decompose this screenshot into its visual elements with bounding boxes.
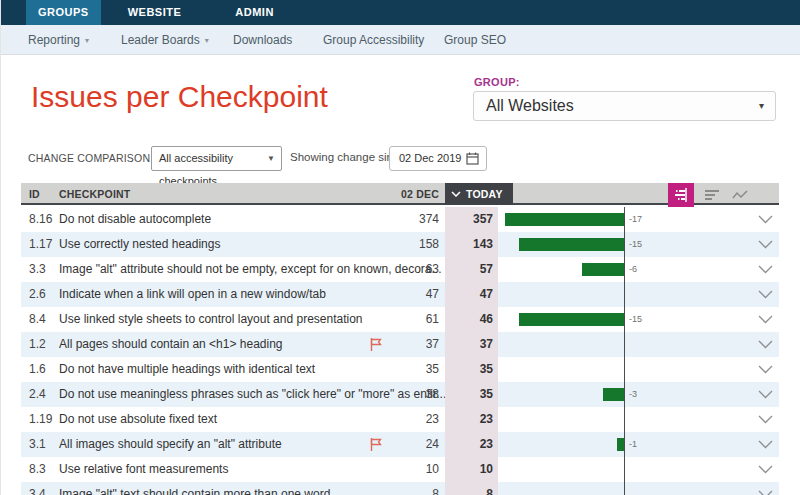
nav-item-leader-boards[interactable]: Leader Boards▾ (121, 25, 209, 55)
checkpoint-name: Do not disable autocomplete (59, 207, 211, 232)
change-bar (519, 313, 624, 326)
today-count: 47 (425, 282, 493, 307)
lines-icon (704, 187, 720, 203)
nav-item-reporting[interactable]: Reporting▾ (28, 25, 89, 55)
group-select-value: All Websites (486, 97, 574, 114)
column-header-checkpoint[interactable]: CHECKPOINT (59, 183, 130, 205)
tab-groups[interactable]: GROUPS (26, 0, 101, 25)
date-value: 02 Dec 2019 (399, 152, 461, 164)
today-count: 37 (425, 332, 493, 357)
chart-axis-line (624, 207, 625, 495)
checkpoint-name: Indicate when a link will open in a new … (59, 282, 326, 307)
checkpoint-name: All pages should contain an <h1> heading (59, 332, 283, 357)
expand-chevron-icon[interactable] (758, 415, 773, 424)
checkpoint-id: 3.1 (29, 432, 46, 457)
today-count: 23 (425, 407, 493, 432)
top-navigation: GROUPS WEBSITE ADMIN (1, 0, 800, 25)
expand-chevron-icon[interactable] (758, 240, 773, 249)
today-count: 8 (425, 482, 493, 495)
table-row[interactable]: 8.16 Do not disable autocomplete 374 357… (21, 207, 779, 232)
table-row[interactable]: 1.6 Do not have multiple headings with i… (21, 357, 779, 382)
today-count: 143 (425, 232, 493, 257)
checkpoint-id: 1.19 (29, 407, 52, 432)
table-body: 8.16 Do not disable autocomplete 374 357… (21, 207, 779, 495)
checkpoint-name: Image "alt" text should contain more tha… (59, 482, 330, 495)
table-row[interactable]: 1.2 All pages should contain an <h1> hea… (21, 332, 779, 357)
table-row[interactable]: 1.19 Do not use absolute fixed text 23 2… (21, 407, 779, 432)
tab-admin[interactable]: ADMIN (208, 0, 301, 25)
table-row[interactable]: 8.4 Use linked style sheets to control l… (21, 307, 779, 332)
table-row[interactable]: 3.3 Image "alt" attribute should not be … (21, 257, 779, 282)
today-count: 46 (425, 307, 493, 332)
chevron-down-icon: ▾ (85, 26, 89, 56)
change-bar (519, 238, 624, 251)
column-header-prev-date[interactable]: 02 DEC (371, 183, 439, 205)
checkpoint-id: 1.2 (29, 332, 46, 357)
expand-chevron-icon[interactable] (758, 365, 773, 374)
change-delta-label: -1 (629, 432, 637, 457)
today-count: 23 (425, 432, 493, 457)
checkpoint-name: All images should specify an "alt" attri… (59, 432, 282, 457)
today-count: 57 (425, 257, 493, 282)
checkpoint-id: 2.6 (29, 282, 46, 307)
checkpoint-id: 1.6 (29, 357, 46, 382)
chevron-down-icon (451, 191, 461, 197)
since-label: Showing change since (290, 151, 405, 163)
page-title: Issues per Checkpoint (31, 80, 328, 114)
nav-item-group-accessibility[interactable]: Group Accessibility (323, 25, 424, 55)
expand-chevron-icon[interactable] (758, 290, 773, 299)
checkpoint-id: 8.3 (29, 457, 46, 482)
nav-item-group-seo[interactable]: Group SEO (444, 25, 506, 55)
comparison-select[interactable]: All accessibility checkpoints ▼ (151, 146, 282, 171)
checkpoint-name: Use correctly nested headings (59, 232, 220, 257)
change-delta-label: -3 (629, 382, 637, 407)
nav-item-downloads[interactable]: Downloads (233, 25, 292, 55)
table-row[interactable]: 2.4 Do not use meaningless phrases such … (21, 382, 779, 407)
expand-chevron-icon[interactable] (758, 465, 773, 474)
change-delta-label: -6 (629, 257, 637, 282)
bar-chart-view-button[interactable] (668, 183, 694, 207)
horizontal-bars-icon (673, 187, 689, 203)
tab-website[interactable]: WEBSITE (101, 0, 209, 25)
expand-chevron-icon[interactable] (758, 340, 773, 349)
table-row[interactable]: 8.3 Use relative font measurements 10 10 (21, 457, 779, 482)
table-row[interactable]: 3.4 Image "alt" text should contain more… (21, 482, 779, 495)
today-count: 10 (425, 457, 493, 482)
checkpoint-id: 3.4 (29, 482, 46, 495)
table-row[interactable]: 1.17 Use correctly nested headings 158 1… (21, 232, 779, 257)
group-select[interactable]: All Websites ▾ (473, 91, 776, 121)
change-bar (505, 213, 624, 226)
column-header-today[interactable]: TODAY (445, 183, 513, 205)
change-delta-label: -15 (629, 307, 642, 332)
today-count: 357 (425, 207, 493, 232)
calendar-icon (466, 152, 479, 165)
change-delta-label: -17 (629, 207, 642, 232)
table-row[interactable]: 2.6 Indicate when a link will open in a … (21, 282, 779, 307)
checkpoint-id: 8.16 (29, 207, 52, 232)
change-bar (582, 263, 624, 276)
expand-chevron-icon[interactable] (758, 265, 773, 274)
checkpoint-name: Do not have multiple headings with ident… (59, 357, 315, 382)
expand-chevron-icon[interactable] (758, 490, 773, 495)
comparison-select-value: All accessibility checkpoints (159, 152, 233, 187)
checkpoint-name: Use relative font measurements (59, 457, 228, 482)
expand-chevron-icon[interactable] (758, 315, 773, 324)
table-header: ID CHECKPOINT 02 DEC TODAY (21, 183, 779, 205)
list-view-button[interactable] (699, 183, 725, 207)
expand-chevron-icon[interactable] (758, 215, 773, 224)
expand-chevron-icon[interactable] (758, 440, 773, 449)
caret-down-icon: ▾ (759, 92, 764, 120)
expand-chevron-icon[interactable] (758, 390, 773, 399)
table-row[interactable]: 3.1 All images should specify an "alt" a… (21, 432, 779, 457)
checkpoint-name: Do not use absolute fixed text (59, 407, 217, 432)
column-header-id[interactable]: ID (29, 183, 40, 205)
today-count: 35 (425, 382, 493, 407)
secondary-navigation: Reporting▾ Leader Boards▾ Downloads Grou… (1, 25, 800, 55)
date-input[interactable]: 02 Dec 2019 (389, 146, 487, 171)
line-chart-icon (732, 189, 748, 201)
today-count: 35 (425, 357, 493, 382)
checkpoint-id: 3.3 (29, 257, 46, 282)
line-chart-view-button[interactable] (727, 183, 753, 207)
checkpoint-name: Use linked style sheets to control layou… (59, 307, 363, 332)
checkpoint-id: 2.4 (29, 382, 46, 407)
